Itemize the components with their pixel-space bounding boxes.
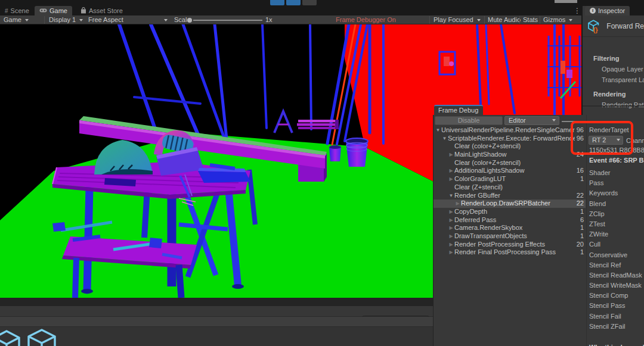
more-options-icon[interactable]: ⋮ — [574, 7, 581, 15]
property-label: Stencil Fail — [587, 311, 644, 322]
frame-event-row[interactable]: ▶DrawTransparentObjects1 — [434, 232, 586, 241]
foldout-arrow-icon[interactable]: ▶ — [448, 224, 454, 232]
event-label: Render GBuffer — [454, 192, 575, 200]
unity-editor-window: # Scene Game Asset Store ⋮ Game Display … — [0, 0, 644, 346]
frame-event-row[interactable]: ▶CopyDepth1 — [434, 208, 586, 216]
frame-event-row[interactable]: Clear (color+Z+stencil) — [434, 142, 586, 151]
event-count: 1 — [575, 232, 586, 241]
frame-event-row[interactable]: ▶Camera.RenderSkybox1 — [434, 224, 586, 232]
frame-debug-tree: ▼UniversalRenderPipeline.RenderSingleCam… — [434, 126, 586, 257]
frame-event-row[interactable]: ▶MainLightShadow24 — [434, 151, 586, 159]
property-label: Stencil WriteMask — [587, 280, 644, 291]
event-count: 16 — [575, 167, 586, 175]
chevron-down-icon — [164, 19, 168, 21]
main-toolbar-strip — [0, 0, 644, 6]
inspector-section-title[interactable]: Rendering — [593, 91, 644, 98]
frame-event-row[interactable]: Clear (Z+stencil) — [434, 183, 586, 192]
why-header: Why this draw call — [589, 344, 644, 346]
event-count: 1 — [575, 248, 586, 257]
separator — [429, 16, 430, 24]
info-icon: i — [590, 8, 596, 14]
no-icon — [448, 159, 454, 167]
event-label: Clear (color+Z+stencil) — [454, 159, 575, 167]
grid-icon: # — [5, 8, 8, 14]
frame-event-row[interactable]: Clear (color+Z+stencil) — [434, 159, 586, 167]
no-icon — [448, 142, 454, 151]
no-icon — [448, 183, 454, 192]
chevron-down-icon — [79, 19, 83, 21]
game-view-toolbar: Game Display 1 Free Aspect Scale 1x Fram… — [0, 15, 581, 24]
frame-event-row[interactable]: ▶Render Final PostProcessing Pass1 — [434, 248, 586, 257]
inspector-section-title[interactable]: Filtering — [593, 55, 644, 62]
property-label: ZClip — [587, 209, 644, 219]
frame-event-row[interactable]: ▶AdditionalLightsShadow16 — [434, 167, 586, 175]
property-label: ZTest — [587, 219, 644, 229]
event-label: Clear (color+Z+stencil) — [454, 142, 575, 151]
property-label: Keywords — [587, 188, 644, 198]
event-count: 22 — [575, 192, 586, 200]
foldout-arrow-icon[interactable]: ▶ — [448, 248, 454, 257]
frame-debugger-status: Frame Debugger On — [336, 15, 396, 24]
separator — [519, 16, 520, 24]
aspect-ratio-dropdown[interactable]: Free Aspect — [88, 15, 168, 24]
target-dropdown[interactable]: Editor — [504, 116, 559, 125]
foldout-arrow-icon[interactable]: ▶ — [448, 216, 454, 225]
view-tab-bar: # Scene Game Asset Store — [0, 6, 583, 15]
frame-event-row[interactable]: ▶RenderLoop.DrawSRPBatcher22 — [434, 200, 586, 208]
play-button[interactable] — [270, 0, 284, 5]
tab-inspector[interactable]: i Inspector — [585, 6, 630, 15]
foldout-arrow-icon[interactable]: ▶ — [448, 241, 454, 249]
foldout-arrow-icon[interactable]: ▼ — [441, 135, 448, 143]
property-label: Blend — [587, 199, 644, 209]
disable-button[interactable]: Disable — [435, 116, 503, 125]
event-count: 20 — [575, 241, 586, 249]
foldout-arrow-icon[interactable]: ▶ — [448, 167, 454, 175]
frame-event-row[interactable]: ▶ColorGradingLUT1 — [434, 175, 586, 183]
mute-audio-button[interactable]: Mute Audio — [488, 15, 521, 24]
project-panel — [0, 298, 434, 346]
frame-event-row[interactable]: ▶Deferred Pass6 — [434, 216, 586, 225]
scale-slider-knob[interactable] — [187, 18, 192, 23]
pause-button[interactable] — [286, 0, 301, 5]
foldout-arrow-icon[interactable]: ▶ — [448, 232, 454, 241]
frame-event-row[interactable]: ▶Render PostProcessing Effects20 — [434, 241, 586, 249]
project-toolbar — [0, 306, 434, 317]
property-label: Cull — [587, 239, 644, 250]
frame-event-row[interactable]: ▼Render GBuffer22 — [434, 192, 586, 200]
tab-asset-store[interactable]: Asset Store — [76, 6, 128, 15]
foldout-arrow-icon[interactable]: ▶ — [448, 175, 454, 183]
event-label: Deferred Pass — [454, 216, 575, 225]
foldout-arrow-icon[interactable]: ▼ — [448, 192, 454, 200]
inspector-sections: FilteringOpaque LayerTransparent LaRende… — [583, 42, 644, 108]
event-count — [575, 159, 586, 167]
event-count: 22 — [575, 200, 586, 208]
prefab-cube-icon[interactable] — [0, 330, 21, 346]
prefab-cube-icon[interactable] — [26, 329, 57, 346]
chevron-down-icon — [477, 19, 481, 21]
tab-frame-debug[interactable]: Frame Debug — [434, 105, 483, 115]
frame-event-row[interactable]: ▼ScriptableRenderer.Execute: ForwardRend… — [434, 135, 586, 143]
foldout-arrow-icon[interactable]: ▶ — [454, 200, 461, 208]
display-dropdown[interactable]: Display 1 — [49, 15, 83, 24]
separator — [484, 16, 485, 24]
foldout-arrow-icon[interactable]: ▼ — [435, 126, 441, 135]
foldout-arrow-icon[interactable]: ▶ — [448, 151, 454, 159]
property-label: Stencil Ref — [587, 260, 644, 270]
foldout-arrow-icon[interactable]: ▶ — [448, 208, 454, 216]
step-button[interactable] — [302, 0, 317, 5]
tab-inspector-label: Inspector — [598, 7, 625, 14]
play-focused-dropdown[interactable]: Play Focused — [434, 15, 481, 24]
event-label: ScriptableRenderer.Execute: ForwardRende — [448, 135, 575, 143]
property-label: Stencil ZFail — [587, 322, 644, 332]
braces-icon: {} — [593, 27, 597, 33]
separator — [44, 16, 45, 24]
tab-game[interactable]: Game — [35, 6, 72, 15]
property-label: Stencil ReadMask — [587, 270, 644, 280]
scale-slider-track[interactable] — [193, 20, 262, 21]
event-count: 1 — [575, 175, 586, 183]
game-dropdown[interactable]: Game — [4, 15, 29, 24]
frame-event-row[interactable]: ▼UniversalRenderPipeline.RenderSingleCam… — [434, 126, 586, 135]
tab-scene[interactable]: # Scene — [0, 6, 34, 15]
stats-button[interactable]: Stats — [523, 15, 538, 24]
gizmos-dropdown[interactable]: Gizmos — [543, 15, 572, 24]
